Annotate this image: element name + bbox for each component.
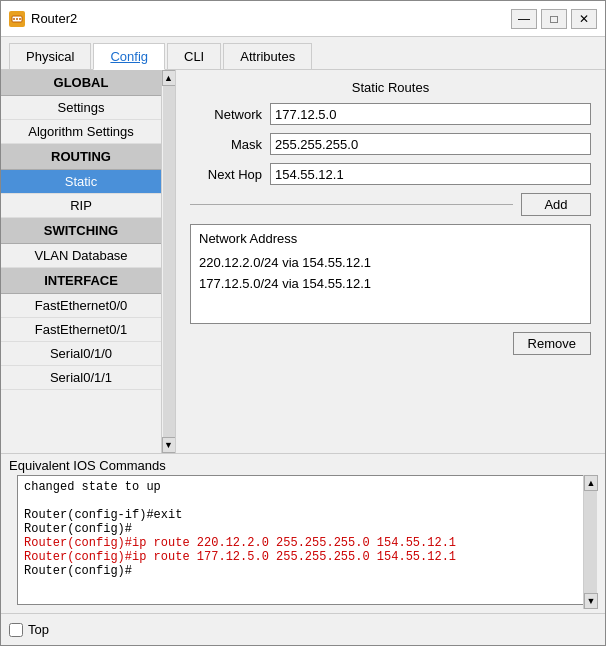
nexthop-label: Next Hop xyxy=(190,167,262,182)
ios-scroll-track xyxy=(584,491,597,593)
sidebar-inner: GLOBAL Settings Algorithm Settings ROUTI… xyxy=(1,70,161,453)
ios-line-6: Router(config)# xyxy=(24,564,570,578)
ios-line-2: Router(config-if)#exit xyxy=(24,508,570,522)
remove-button[interactable]: Remove xyxy=(513,332,591,355)
divider-line xyxy=(190,204,513,205)
close-button[interactable]: ✕ xyxy=(571,9,597,29)
sidebar-item-vlan-database[interactable]: VLAN Database xyxy=(1,244,161,268)
add-button[interactable]: Add xyxy=(521,193,591,216)
footer-bar: Top xyxy=(1,613,605,645)
scroll-down-arrow[interactable]: ▼ xyxy=(162,437,176,453)
ios-scroll-up[interactable]: ▲ xyxy=(584,475,598,491)
sidebar-section-interface: INTERFACE xyxy=(1,268,161,294)
router-icon xyxy=(9,11,25,27)
content-area: GLOBAL Settings Algorithm Settings ROUTI… xyxy=(1,70,605,453)
sidebar-section-routing: ROUTING xyxy=(1,144,161,170)
sidebar-scrollbar[interactable]: ▲ ▼ xyxy=(161,70,175,453)
minimize-button[interactable]: — xyxy=(511,9,537,29)
tab-physical[interactable]: Physical xyxy=(9,43,91,69)
nexthop-input[interactable] xyxy=(270,163,591,185)
top-label[interactable]: Top xyxy=(28,622,49,637)
sidebar-item-settings[interactable]: Settings xyxy=(1,96,161,120)
scroll-up-arrow[interactable]: ▲ xyxy=(162,70,176,86)
tab-cli[interactable]: CLI xyxy=(167,43,221,69)
remove-row: Remove xyxy=(190,332,591,355)
network-address-title: Network Address xyxy=(199,231,582,246)
sidebar-item-serial0-1-0[interactable]: Serial0/1/0 xyxy=(1,342,161,366)
network-input[interactable] xyxy=(270,103,591,125)
tab-config[interactable]: Config xyxy=(93,43,165,70)
top-checkbox-wrap: Top xyxy=(9,622,49,637)
ios-terminal[interactable]: changed state to up Router(config-if)#ex… xyxy=(17,475,589,605)
svg-point-2 xyxy=(16,18,18,20)
ios-line-4: Router(config)#ip route 220.12.2.0 255.2… xyxy=(24,536,570,550)
network-address-box: Network Address 220.12.2.0/24 via 154.55… xyxy=(190,224,591,324)
mask-label: Mask xyxy=(190,137,262,152)
network-address-item-1[interactable]: 177.12.5.0/24 via 154.55.12.1 xyxy=(199,273,582,294)
main-window: Router2 — □ ✕ Physical Config CLI Attrib… xyxy=(0,0,606,646)
ios-terminal-wrap: changed state to up Router(config-if)#ex… xyxy=(9,475,597,609)
sidebar-section-switching: SWITCHING xyxy=(1,218,161,244)
title-bar-controls: — □ ✕ xyxy=(511,9,597,29)
sidebar-item-rip[interactable]: RIP xyxy=(1,194,161,218)
ios-line-3: Router(config)# xyxy=(24,522,570,536)
sidebar-item-fastethernet0-0[interactable]: FastEthernet0/0 xyxy=(1,294,161,318)
title-bar-left: Router2 xyxy=(9,11,77,27)
network-label: Network xyxy=(190,107,262,122)
nexthop-row: Next Hop xyxy=(190,163,591,185)
sidebar-item-static[interactable]: Static xyxy=(1,170,161,194)
top-checkbox[interactable] xyxy=(9,623,23,637)
divider-row: Add xyxy=(190,193,591,216)
ios-scroll-down[interactable]: ▼ xyxy=(584,593,598,609)
title-bar: Router2 — □ ✕ xyxy=(1,1,605,37)
maximize-button[interactable]: □ xyxy=(541,9,567,29)
main-panel: Static Routes Network Mask Next Hop Add … xyxy=(176,70,605,453)
svg-point-3 xyxy=(19,18,21,20)
mask-row: Mask xyxy=(190,133,591,155)
sidebar-section-global: GLOBAL xyxy=(1,70,161,96)
ios-line-1 xyxy=(24,494,570,508)
tabs-bar: Physical Config CLI Attributes xyxy=(1,37,605,70)
network-address-item-0[interactable]: 220.12.2.0/24 via 154.55.12.1 xyxy=(199,252,582,273)
section-title: Static Routes xyxy=(190,80,591,95)
network-row: Network xyxy=(190,103,591,125)
ios-line-5: Router(config)#ip route 177.12.5.0 255.2… xyxy=(24,550,570,564)
ios-commands-section: Equivalent IOS Commands changed state to… xyxy=(1,453,605,613)
sidebar-item-fastethernet0-1[interactable]: FastEthernet0/1 xyxy=(1,318,161,342)
sidebar-item-algorithm-settings[interactable]: Algorithm Settings xyxy=(1,120,161,144)
mask-input[interactable] xyxy=(270,133,591,155)
ios-scrollbar[interactable]: ▲ ▼ xyxy=(583,475,597,609)
scroll-track xyxy=(163,86,175,437)
ios-line-0: changed state to up xyxy=(24,480,570,494)
sidebar-item-serial0-1-1[interactable]: Serial0/1/1 xyxy=(1,366,161,390)
window-title: Router2 xyxy=(31,11,77,26)
tab-attributes[interactable]: Attributes xyxy=(223,43,312,69)
ios-commands-label: Equivalent IOS Commands xyxy=(1,454,605,475)
sidebar: GLOBAL Settings Algorithm Settings ROUTI… xyxy=(1,70,176,453)
svg-point-1 xyxy=(13,18,15,20)
